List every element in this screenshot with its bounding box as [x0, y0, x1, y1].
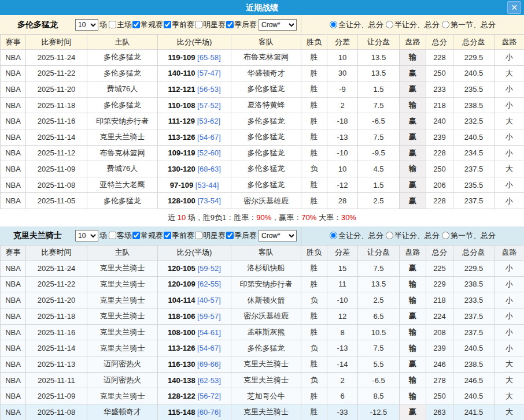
- total-points-cell: 228: [426, 50, 453, 66]
- over-under-cell: 小: [495, 81, 524, 98]
- score-cell: 97-109 [53-44]: [158, 177, 231, 193]
- score-cell: 116-130 [69-66]: [158, 356, 231, 373]
- away-team-cell: 华盛顿奇才: [231, 65, 301, 81]
- total-points-cell: 239: [426, 340, 453, 356]
- games-count-select[interactable]: 10: [75, 19, 98, 31]
- date-cell: 2025-11-16: [26, 113, 87, 129]
- checkbox-input[interactable]: [109, 232, 116, 239]
- checkbox-input[interactable]: [226, 21, 234, 28]
- point-diff-cell: -18: [327, 113, 358, 129]
- radio-input[interactable]: [442, 232, 449, 239]
- summary-text: ，赢率：: [271, 213, 301, 222]
- league-cell: NBA: [1, 113, 26, 129]
- score-cell: 140-138 [62-53]: [158, 372, 231, 388]
- filter-checkbox-明星赛[interactable]: 明星赛: [194, 231, 226, 241]
- spread-line-cell: 10.5: [358, 324, 400, 340]
- final-score: 140-110: [168, 69, 195, 77]
- bookmaker-select[interactable]: Crow*: [259, 19, 297, 31]
- result-cell: 胜: [301, 324, 327, 340]
- table-row: NBA2025-11-14克里夫兰骑士113-126 [54-67]多伦多猛龙负…: [1, 340, 524, 356]
- league-cell: NBA: [1, 81, 26, 98]
- half-score: [65-58]: [197, 53, 220, 62]
- half-score: [53-44]: [195, 181, 219, 189]
- radio-input[interactable]: [330, 232, 337, 239]
- radio-input[interactable]: [330, 21, 337, 28]
- team-section: 多伦多猛龙 10 场 主场常规赛季前赛明星赛季后赛 Crow* 全让分、总分半让…: [0, 15, 524, 226]
- score-cell: 128-100 [73-54]: [158, 193, 231, 209]
- radio-input[interactable]: [386, 232, 393, 239]
- result-cell: 胜: [301, 129, 327, 145]
- half-score: [68-63]: [197, 165, 220, 173]
- total-points-cell: 208: [426, 324, 453, 340]
- filter-radio-全让分、总分[interactable]: 全让分、总分: [330, 231, 383, 241]
- over-under-cell: 大: [495, 404, 524, 420]
- home-team-cell: 费城76人: [87, 161, 158, 177]
- point-diff-cell: 8: [327, 324, 358, 340]
- total-line-cell: 235.5: [453, 177, 495, 193]
- spread-outcome-cell: 输: [400, 388, 426, 404]
- point-diff-cell: -12: [327, 177, 358, 193]
- modal-titlebar: 近期战绩 ✕: [0, 0, 524, 15]
- spread-line-cell: 7.5: [358, 129, 400, 145]
- checkbox-input[interactable]: [226, 232, 234, 239]
- filter-radio-半让分、总分[interactable]: 半让分、总分: [386, 20, 440, 30]
- close-icon[interactable]: ✕: [507, 1, 521, 14]
- away-team-cell: 多伦多猛龙: [231, 340, 301, 356]
- checkbox-label: 常规赛: [141, 231, 163, 241]
- result-cell: 胜: [301, 260, 327, 276]
- filter-radio-全让分、总分[interactable]: 全让分、总分: [330, 20, 383, 30]
- spread-outcome-cell: 赢: [400, 309, 426, 325]
- filter-checkbox-常规赛[interactable]: 常规赛: [132, 231, 163, 241]
- games-count-select[interactable]: 10: [75, 230, 98, 241]
- over-under-cell: 小: [495, 97, 524, 113]
- away-team-cell: 布鲁克林篮网: [231, 50, 301, 66]
- checkbox-input[interactable]: [132, 232, 140, 239]
- filter-radio-第一节、总分[interactable]: 第一节、总分: [442, 20, 496, 30]
- summary-text: 近: [168, 213, 178, 222]
- table-row: NBA2025-11-13迈阿密热火116-130 [69-66]克里夫兰骑士胜…: [1, 356, 524, 373]
- away-team-cell: 多伦多猛龙: [231, 145, 301, 161]
- checkbox-input[interactable]: [164, 232, 171, 239]
- league-cell: NBA: [1, 276, 26, 292]
- date-cell: 2025-11-18: [26, 309, 87, 325]
- spread-line-cell: 5.5: [358, 356, 400, 373]
- spread-outcome-cell: 赢: [400, 193, 426, 209]
- column-header: 盘路: [495, 35, 524, 50]
- table-row: NBA2025-11-20克里夫兰骑士104-114 [40-57]休斯顿火箭负…: [1, 292, 524, 309]
- half-score: [59-52]: [197, 264, 220, 273]
- checkbox-input[interactable]: [195, 21, 202, 28]
- filter-checkbox-季前赛[interactable]: 季前赛: [163, 20, 194, 30]
- filter-radio-半让分、总分[interactable]: 半让分、总分: [386, 231, 440, 241]
- checkbox-input[interactable]: [164, 21, 171, 28]
- filter-checkbox-季后赛[interactable]: 季后赛: [226, 20, 257, 30]
- filter-checkbox-常规赛[interactable]: 常规赛: [132, 20, 163, 30]
- league-cell: NBA: [1, 161, 26, 177]
- table-header-row: 赛事比赛时间主队比分(半场)客队胜负分差让分盘盘路总分总分盘盘路: [1, 245, 524, 260]
- filter-checkbox-主场[interactable]: 主场: [108, 20, 132, 30]
- half-score: [54-67]: [197, 133, 220, 142]
- away-team-cell: 克里夫兰骑士: [231, 404, 301, 420]
- filter-checkbox-客场[interactable]: 客场: [108, 231, 132, 241]
- date-cell: 2025-11-13: [26, 356, 87, 373]
- filter-radio-第一节、总分[interactable]: 第一节、总分: [442, 231, 496, 241]
- table-row: NBA2025-11-16克里夫兰骑士108-100 [54-61]孟菲斯灰熊胜…: [1, 324, 524, 340]
- checkbox-input[interactable]: [132, 21, 140, 28]
- league-cell: NBA: [1, 372, 26, 388]
- checkbox-label: 常规赛: [141, 20, 163, 30]
- bookmaker-select[interactable]: Crow*: [259, 230, 297, 241]
- radio-input[interactable]: [442, 21, 449, 28]
- checkbox-input[interactable]: [195, 232, 202, 239]
- league-cell: NBA: [1, 324, 26, 340]
- filter-checkbox-季前赛[interactable]: 季前赛: [163, 231, 194, 241]
- checkbox-input[interactable]: [109, 21, 116, 28]
- total-line-cell: 232.5: [453, 113, 495, 129]
- summary-text: 10: [178, 213, 186, 222]
- radio-input[interactable]: [386, 21, 393, 28]
- table-row: NBA2025-11-22克里夫兰骑士120-109 [62-55]印第安纳步行…: [1, 276, 524, 292]
- result-cell: 负: [301, 372, 327, 388]
- point-diff-cell: 11: [327, 276, 358, 292]
- filter-checkbox-季后赛[interactable]: 季后赛: [226, 231, 257, 241]
- final-score: 111-129: [168, 117, 195, 125]
- filter-checkbox-明星赛[interactable]: 明星赛: [194, 20, 226, 30]
- total-line-cell: 240.5: [453, 340, 495, 356]
